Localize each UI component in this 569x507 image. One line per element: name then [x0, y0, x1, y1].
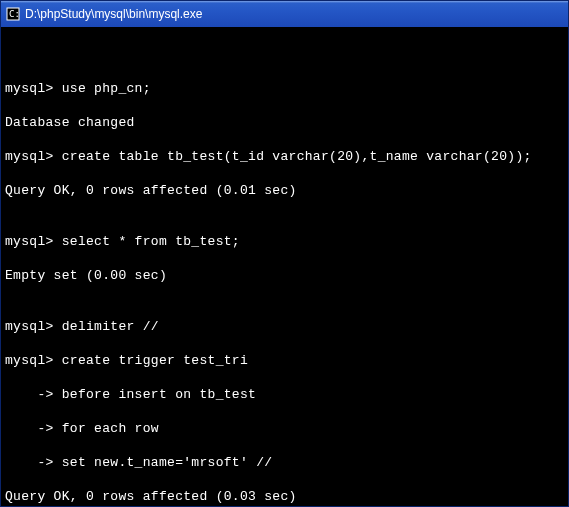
window: C: D:\phpStudy\mysql\bin\mysql.exe mysql…: [0, 0, 569, 507]
terminal-line: mysql> select * from tb_test;: [5, 233, 564, 250]
terminal-line: mysql> create trigger test_tri: [5, 352, 564, 369]
terminal-output[interactable]: mysql> use php_cn; Database changed mysq…: [1, 27, 568, 506]
titlebar[interactable]: C: D:\phpStudy\mysql\bin\mysql.exe: [1, 1, 568, 27]
terminal-line: -> for each row: [5, 420, 564, 437]
terminal-line: mysql> use php_cn;: [5, 80, 564, 97]
terminal-line: Database changed: [5, 114, 564, 131]
terminal-line: Query OK, 0 rows affected (0.01 sec): [5, 182, 564, 199]
terminal-line: -> set new.t_name='mrsoft' //: [5, 454, 564, 471]
svg-text:C:: C:: [9, 9, 20, 19]
terminal-line: mysql> create table tb_test(t_id varchar…: [5, 148, 564, 165]
app-icon: C:: [5, 6, 21, 22]
terminal-line: Query OK, 0 rows affected (0.03 sec): [5, 488, 564, 505]
terminal-line: -> before insert on tb_test: [5, 386, 564, 403]
window-title: D:\phpStudy\mysql\bin\mysql.exe: [25, 7, 564, 21]
terminal-line: mysql> delimiter //: [5, 318, 564, 335]
terminal-line: Empty set (0.00 sec): [5, 267, 564, 284]
terminal-line: [5, 46, 564, 63]
